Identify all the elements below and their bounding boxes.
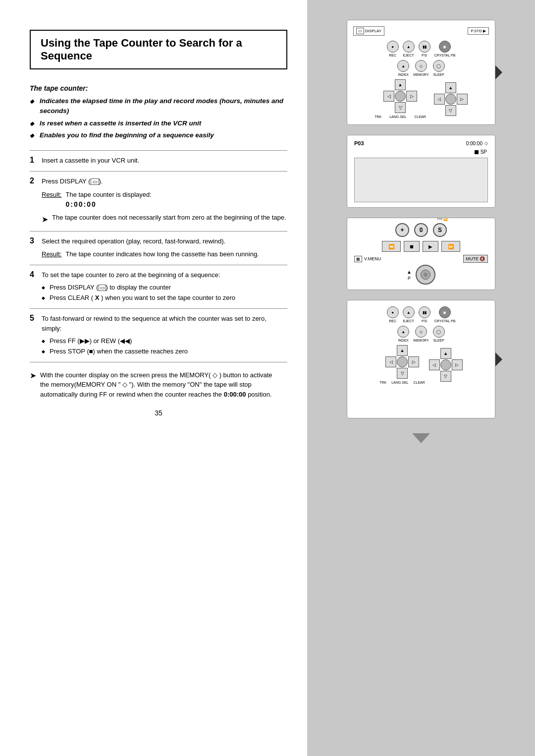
zero-button[interactable]: 0: [414, 223, 428, 237]
nav-up[interactable]: ▲: [395, 79, 406, 90]
trk-col: ▲ ◁ ▷ ▽ TRK LANG.SEL: [374, 79, 426, 118]
step-number: 1: [30, 151, 42, 172]
crystal-button-b[interactable]: ◉: [439, 306, 451, 318]
result-label: Result:: [42, 249, 61, 260]
nav-down-b2[interactable]: ▽: [440, 371, 451, 382]
dial-button[interactable]: [416, 265, 435, 285]
nav-right-b2[interactable]: ▷: [452, 359, 463, 370]
nav-right[interactable]: ▷: [406, 91, 417, 102]
eject-button-b[interactable]: ▲: [403, 306, 415, 318]
tv-status-row: P03 0:00:00 ◇: [354, 140, 488, 146]
pstd-button[interactable]: P.STD ▶: [468, 27, 489, 35]
tv-screen-area: [354, 158, 488, 202]
rec-label-b: REC: [389, 319, 396, 323]
table-row: 4 To set the tape counter to zero at the…: [30, 265, 287, 308]
langsel-label: LANG.SEL: [389, 115, 406, 118]
sp-row: 0:00:00 ◇: [466, 141, 488, 146]
bottom-row-transport: ▩ V.MENU MUTE 🔇: [354, 255, 488, 263]
rec-button-b[interactable]: ●: [387, 306, 399, 318]
panel-1-wrapper: ▭ DISPLAY P.STD ▶ ● REC: [347, 20, 495, 125]
list-item: Press STOP (■) when the cassette reaches…: [42, 347, 287, 357]
p-up-arrow[interactable]: ▲: [407, 269, 412, 275]
nav-cross-b: ▲ ◁ ▷ ▽: [385, 345, 419, 379]
rewind-button[interactable]: ⏪: [382, 241, 401, 252]
panel-4-wrapper: ● REC ▲ EJECT ▮▮ P/S ◉ C: [347, 300, 495, 418]
ps-col-b: ▮▮ P/S: [419, 306, 430, 323]
extra-col: ▲ ◁ ▷ ▽: [434, 82, 468, 116]
ps-button[interactable]: ▮▮: [419, 41, 430, 53]
nav-up-b2[interactable]: ▲: [440, 348, 451, 359]
nav-down-2[interactable]: ▽: [445, 105, 456, 116]
note-text: The tape counter does not necessarily st…: [52, 213, 286, 223]
nav-up-b[interactable]: ▲: [397, 345, 408, 356]
mute-icon: 🔇: [480, 256, 485, 261]
remote-panel-4: ● REC ▲ EJECT ▮▮ P/S ◉ C: [347, 300, 495, 418]
table-row: 2 Press DISPLAY (▭). Result: The tape co…: [30, 171, 287, 231]
note-text: With the counter display on the screen p…: [40, 370, 282, 400]
arrow-right-icon: [495, 65, 502, 79]
eject-button[interactable]: ▲: [403, 41, 415, 53]
crystal-button[interactable]: ◉: [439, 41, 451, 53]
nav-left-2[interactable]: ◁: [434, 94, 445, 105]
memory-button-b[interactable]: ◇: [415, 326, 427, 338]
p-control: ▲ P: [407, 269, 412, 281]
mute-button[interactable]: MUTE 🔇: [463, 255, 488, 263]
nav-center[interactable]: [395, 91, 406, 102]
eject-col: ▲ EJECT: [403, 41, 415, 57]
step-instruction: Insert a cassette in your VCR unit.: [42, 157, 139, 164]
sp-square-icon: [475, 150, 479, 154]
display-button[interactable]: ▭ DISPLAY: [353, 26, 384, 36]
panel-3-wrapper: + 0 S Pre ⏩ ⏪ ⏹ ▶ ⏩: [347, 218, 495, 290]
sleep-button[interactable]: ◯: [433, 60, 445, 72]
nav-right-2[interactable]: ▷: [457, 94, 468, 105]
s-button[interactable]: S: [433, 223, 447, 237]
index-button-b[interactable]: ▲: [397, 326, 409, 338]
play-button[interactable]: ▶: [423, 241, 438, 252]
nav-left-b[interactable]: ◁: [385, 356, 396, 367]
nav-center-b2[interactable]: [440, 359, 451, 370]
dial-area: ▲ P: [354, 265, 488, 285]
nav-center-2[interactable]: [445, 94, 456, 105]
display-label: DISPLAY: [365, 29, 381, 33]
nav-center-b[interactable]: [397, 356, 408, 367]
remote-panel-1: ▭ DISPLAY P.STD ▶ ● REC: [347, 20, 495, 125]
index-button[interactable]: ▲: [397, 60, 409, 72]
memory-button[interactable]: ◇: [415, 60, 427, 72]
stop-button[interactable]: ⏹: [404, 241, 420, 252]
arrow-right-2-icon: [495, 240, 495, 254]
page-number: 35: [30, 409, 287, 417]
tv-panel-content: P03 0:00:00 ◇ SP: [347, 135, 495, 207]
remote-row-b1: ● REC ▲ EJECT ▮▮ P/S ◉ C: [353, 306, 489, 323]
fastforward-button[interactable]: ⏩: [441, 241, 460, 252]
step-instruction-2: Press DISPLAY (▭).: [42, 176, 287, 187]
channel-display: P03: [354, 140, 364, 146]
nav-left[interactable]: ◁: [383, 91, 394, 102]
remote-panel-content: ▭ DISPLAY P.STD ▶ ● REC: [347, 20, 495, 124]
down-arrow-icon: [412, 433, 430, 443]
nav-left-b2[interactable]: ◁: [429, 359, 440, 370]
sidebar: ▭ DISPLAY P.STD ▶ ● REC: [307, 0, 535, 756]
remote-row-1: ● REC ▲ EJECT ▮▮ P/S ◉ C: [353, 41, 489, 57]
crystal-col-b: ◉ CRYSTAL PB: [434, 306, 456, 323]
ps-button-b[interactable]: ▮▮: [419, 306, 430, 318]
bottom-arrow: [412, 433, 430, 443]
dial-inner: [421, 270, 430, 280]
sleep-col: ◯ SLEEP: [433, 60, 445, 76]
plus-button[interactable]: +: [395, 223, 409, 237]
sleep-button-b[interactable]: ◯: [433, 326, 445, 338]
nav-down[interactable]: ▽: [395, 102, 406, 113]
list-item: Press DISPLAY (▭) to display the counter: [42, 283, 287, 293]
rec-button[interactable]: ●: [387, 41, 399, 53]
bottom-note: ➤ With the counter display on the screen…: [30, 370, 287, 400]
trk-label: TRK: [374, 115, 381, 118]
transport-top: + 0 S Pre ⏩: [354, 223, 488, 237]
table-row: 1 Insert a cassette in your VCR unit.: [30, 151, 287, 172]
sleep-label: SLEEP: [433, 73, 444, 76]
nav-down-b[interactable]: ▽: [397, 368, 408, 379]
nav-right-b[interactable]: ▷: [408, 356, 419, 367]
eject-label-b: EJECT: [403, 319, 414, 323]
tape-counter-label: The tape counter:: [30, 84, 287, 92]
nav-up-2[interactable]: ▲: [445, 82, 456, 93]
rec-col: ● REC: [387, 41, 399, 57]
crystal-label-b: CRYSTAL PB: [434, 319, 456, 323]
